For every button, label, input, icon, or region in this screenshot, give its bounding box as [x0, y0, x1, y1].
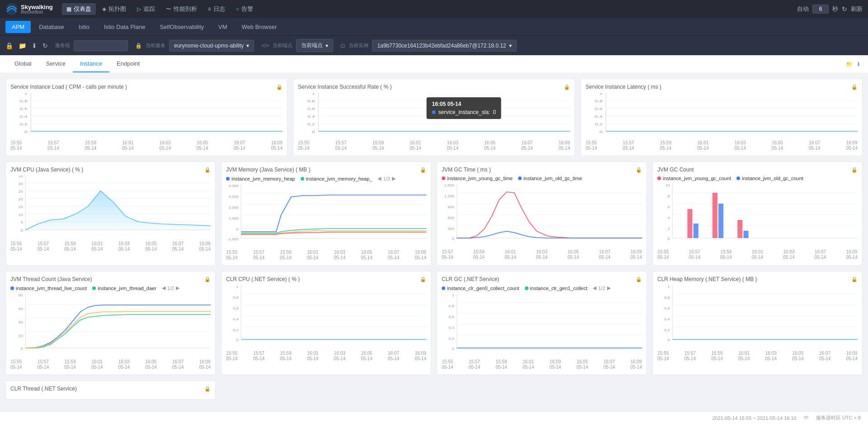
chart-jvm-gc-time-label: JVM GC Time ( ms ): [442, 167, 491, 173]
chart-instance-success-title: Service Instance Successful Rate ( % ) 🔒: [298, 84, 570, 90]
chart-jvm-cpu-xaxis: 15:5505-14 15:5705-14 15:5905-14 16:0105…: [10, 241, 211, 252]
nav-item-topology[interactable]: ◈拓扑图: [98, 3, 131, 15]
nav-item-performance[interactable]: 〜性能剖析: [161, 3, 202, 15]
lock-icon-jvm-cpu[interactable]: 🔒: [204, 167, 211, 173]
tab-item-endpoint[interactable]: Endpoint: [109, 56, 147, 72]
folder-icon[interactable]: 📁: [19, 42, 26, 49]
legend-nav-thread[interactable]: ◀ 1/2 ▶: [162, 285, 179, 291]
chart-clr-thread-title: CLR Thread (.NET Service) 🔒: [10, 386, 211, 392]
legend-thread-live: instance_jvm_thread_live_count: [10, 286, 87, 291]
svg-text:40: 40: [19, 320, 23, 324]
svg-text:1: 1: [668, 285, 670, 289]
refresh-interval-input[interactable]: 6: [812, 5, 829, 14]
nav-item-dashboard[interactable]: ▦仪表盘: [62, 3, 96, 15]
chart-jvm-thread-svg: 80 60 40 20 0: [10, 294, 211, 357]
svg-text:60: 60: [19, 306, 23, 310]
lock-icon-jvm-memory[interactable]: 🔒: [420, 167, 426, 173]
second-nav-item-web[interactable]: Web Browser: [236, 21, 283, 33]
nav-item-trace[interactable]: ▷追踪: [132, 3, 160, 15]
svg-text:0.8: 0.8: [20, 99, 28, 103]
legend-dot-heap: [226, 177, 230, 181]
nav-icon-trace: ▷: [137, 6, 141, 12]
chart-instance-latency-svg: 1 0.8 0.6 0.4 0.2 0: [585, 93, 858, 138]
current-endpoint-value: 当前端点: [301, 42, 323, 49]
svg-text:600: 600: [448, 215, 454, 219]
legend-dot-old-count: [736, 176, 740, 180]
lock-icon-success[interactable]: 🔒: [564, 84, 570, 90]
lock-icon-thread[interactable]: 🔒: [204, 276, 211, 282]
tab-item-global[interactable]: Global: [7, 56, 39, 72]
svg-text:0.4: 0.4: [595, 114, 603, 119]
svg-text:15: 15: [19, 205, 23, 209]
tab-item-instance[interactable]: Instance: [73, 56, 109, 72]
chart-jvm-gc-time-area: 1,500 1,200 900 600 300 0 15:5705-14 15:…: [442, 184, 642, 260]
second-unit: 秒: [832, 5, 838, 13]
second-nav-item-database[interactable]: Database: [33, 21, 71, 33]
second-nav: APMDatabaseIstioIstio Data PlaneSelfObse…: [0, 18, 868, 35]
chart-jvm-gc-time-title: JVM GC Time ( ms ) 🔒: [442, 167, 642, 173]
chevron-down-icon: ▾: [246, 43, 249, 49]
legend-clr-gen0: instance_clr_gen0_collect_count: [442, 286, 519, 291]
svg-text:0.6: 0.6: [20, 107, 28, 111]
nav-item-log[interactable]: ≡日志: [203, 3, 230, 15]
chart-instance-load-area: 1 0.8 0.6 0.4 0.2 0 15:5505-14 15:5705-1…: [10, 93, 283, 151]
legend-dot-gen0: [442, 286, 445, 290]
refresh-icon[interactable]: ↻: [42, 42, 48, 49]
chart-clr-cpu-svg: 1 0.8 0.6 0.4 0.2 0: [226, 285, 426, 348]
export-tab-icon[interactable]: ⬇: [856, 61, 861, 67]
legend-nav-memory[interactable]: ◀ 1/3 ▶: [377, 176, 395, 181]
svg-text:1: 1: [24, 93, 28, 95]
chart-clr-thread-label: CLR Thread (.NET Service): [10, 386, 77, 392]
chart-clr-cpu-label: CLR CPU (.NET Service) ( % ): [226, 276, 300, 282]
lock-icon-clr-cpu[interactable]: 🔒: [420, 276, 426, 282]
current-service-dropdown[interactable]: eurynome-cloud-upms-ability ▾: [169, 40, 254, 52]
current-endpoint-dropdown[interactable]: 当前端点 ▾: [296, 39, 333, 52]
chart-clr-gc-xaxis: 15:5505-14 15:5705-14 15:5905-14 16:0105…: [442, 359, 642, 370]
second-nav-item-apm[interactable]: APM: [5, 21, 31, 33]
lock-icon-clr-thread[interactable]: 🔒: [204, 386, 211, 392]
service-group-input[interactable]: [74, 40, 128, 51]
svg-text:8: 8: [668, 194, 670, 198]
tab-item-service[interactable]: Service: [39, 56, 73, 72]
lock-icon-gc-count[interactable]: 🔒: [851, 167, 858, 173]
svg-rect-95: [743, 231, 748, 238]
code-icon: </>: [261, 43, 269, 49]
second-nav-item-vm[interactable]: VM: [212, 21, 234, 33]
nav-item-alert[interactable]: ○告警: [231, 3, 258, 15]
download-icon[interactable]: ⬇: [32, 42, 37, 49]
lock-icon-clr-heap[interactable]: 🔒: [851, 276, 858, 282]
chevron-down-instance-icon: ▾: [509, 43, 512, 49]
svg-text:0.6: 0.6: [595, 107, 603, 111]
legend-label-heap: instance_jvm_memory_heap: [231, 176, 295, 181]
chart-jvm-thread-label: JVM Thread Count (Java Service): [10, 276, 92, 282]
legend-nav-clr-gc[interactable]: ◀ 1/2 ▶: [593, 285, 610, 291]
svg-text:0.2: 0.2: [448, 336, 454, 340]
chart-jvm-gc-time: JVM GC Time ( ms ) 🔒 instance_jvm_young_…: [437, 162, 647, 266]
refresh-icon[interactable]: ↻: [842, 5, 847, 13]
chart-jvm-thread-title: JVM Thread Count (Java Service) 🔒: [10, 276, 211, 282]
chart-gc-time-xaxis: 15:5705-14 15:5905-14 16:0105-14 16:0305…: [442, 249, 642, 260]
lock-icon-gc-time[interactable]: 🔒: [636, 167, 642, 173]
second-nav-item-istio-data[interactable]: Istio Data Plane: [98, 21, 152, 33]
chart-instance-latency-label: Service Instance Latency ( ms ): [585, 84, 661, 90]
save-tab-icon[interactable]: 📁: [846, 61, 853, 67]
svg-text:3,000: 3,000: [229, 194, 239, 198]
second-nav-item-self[interactable]: SelfObservability: [153, 21, 210, 33]
svg-text:35: 35: [19, 176, 23, 178]
current-instance-dropdown[interactable]: 1a9b7730ce164123b42ebfad24a86eb7@172.18.…: [372, 40, 516, 52]
lock-icon-load[interactable]: 🔒: [276, 84, 283, 90]
svg-text:0: 0: [24, 130, 28, 134]
nav-label-log: 日志: [213, 5, 225, 13]
chart-jvm-cpu-area: 35 30 25 20 15 10 5 0: [10, 176, 211, 252]
svg-text:1: 1: [236, 285, 239, 289]
chart-clr-heap: CLR Heap Memory (.NET Service) ( MB ) 🔒 …: [652, 271, 863, 375]
chart-success-xaxis: 15:5505-14 15:5705-14 15:5905-14 16:0105…: [298, 140, 570, 151]
nav-label-trace: 追踪: [143, 5, 155, 13]
svg-rect-90: [687, 209, 692, 238]
svg-text:25: 25: [19, 189, 23, 193]
lock-icon-latency[interactable]: 🔒: [851, 84, 858, 90]
lock-icon[interactable]: 🔒: [5, 42, 13, 49]
lock-icon-clr-gc[interactable]: 🔒: [636, 276, 642, 282]
second-nav-item-istio[interactable]: Istio: [72, 21, 96, 33]
tab-items: GlobalServiceInstanceEndpoint: [7, 56, 147, 72]
